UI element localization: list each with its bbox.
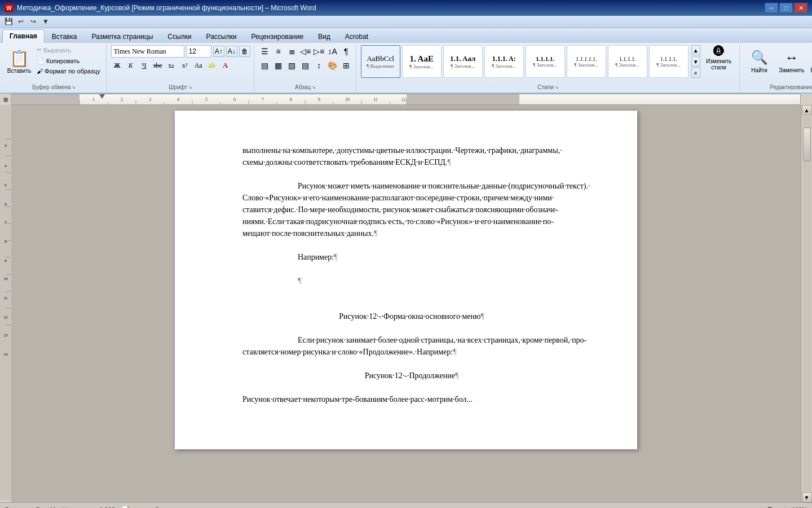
ruler-area: ⊞ 1 [0, 94, 812, 105]
subscript-button[interactable]: x₂ [165, 59, 178, 72]
font-size-input[interactable] [186, 45, 211, 58]
scroll-thumb[interactable] [803, 128, 811, 161]
list-number-button[interactable]: ≡ [272, 45, 285, 58]
minimize-button[interactable]: ─ [765, 3, 778, 13]
svg-text:5: 5 [205, 97, 208, 102]
shading-button[interactable]: 🎨 [326, 59, 339, 72]
word-app-icon: W [5, 3, 14, 12]
style-item-h11111[interactable]: 1.1.1.1.1. ¶ Заголов... [567, 45, 606, 78]
list-multilevel-button[interactable]: ≣ [286, 45, 298, 58]
style-h1111-preview: 1.1.1.1. [536, 55, 554, 62]
clipboard-group: 📋 Вставить ✂ Вырезать 📄 Копировать 🖌 Фор… [2, 44, 107, 91]
border-button[interactable]: ⊞ [340, 59, 352, 72]
clipboard-expand-icon[interactable]: ↘ [72, 85, 76, 90]
bold-button[interactable]: Ж [111, 59, 123, 72]
scroll-down-button[interactable]: ▼ [802, 492, 812, 502]
font-expand-icon[interactable]: ↘ [188, 85, 192, 90]
format-painter-button[interactable]: 🖌 Формат по образцу [34, 67, 103, 76]
paragraph-3d: ниями.·Если·такая·подрисуночная·подпись·… [242, 216, 581, 227]
replace-button[interactable]: ↔ Заменить [776, 45, 807, 78]
svg-text:6: 6 [5, 202, 7, 207]
scroll-track[interactable] [802, 116, 811, 491]
select-button[interactable]: ⬜ Выделить [809, 45, 812, 78]
paragraph-3: Рисунок·может·иметь·наименование·и·поясн… [242, 180, 581, 192]
zoom-in-button[interactable]: + [783, 505, 787, 509]
clear-format-button[interactable]: 🗑 [239, 46, 250, 57]
spell-check-icon[interactable]: 📝 [122, 506, 130, 508]
style-item-h11[interactable]: 1.1. Aaл ¶ Заголов... [443, 45, 483, 78]
text-case-button[interactable]: Аа [192, 59, 205, 72]
style-item-h11112[interactable]: 1.1.1.1. ¶ Заголов... [608, 45, 647, 78]
show-formatting-button[interactable]: ¶ [340, 45, 352, 58]
highlight-button[interactable]: ab [206, 59, 218, 72]
styles-content: AaBbCcl ¶ Выделение 1. AaE ¶ Заголов... … [361, 45, 736, 83]
copy-label: Копировать [46, 58, 80, 64]
paragraph-1: выполнены·на·компьютере,·допустимы·цветн… [242, 144, 581, 156]
find-button[interactable]: 🔍 Найти [744, 45, 775, 78]
sort-button[interactable]: ↕A [326, 45, 339, 58]
italic-button[interactable]: К [125, 59, 137, 72]
clipboard-label: Буфер обмена ↘ [32, 84, 76, 90]
styles-scroll-up[interactable]: ▲ [691, 45, 700, 55]
align-left-button[interactable]: ▤ [259, 59, 271, 72]
tab-home[interactable]: Главная [2, 29, 45, 43]
style-item-normal[interactable]: AaBbCcl ¶ Выделение [361, 45, 400, 78]
paste-button[interactable]: 📋 Вставить [6, 45, 33, 79]
style-h11112-label: ¶ Заголов... [615, 62, 639, 68]
zoom-controls: − + 168% [728, 505, 807, 509]
increase-indent-button[interactable]: ▷≡ [313, 45, 325, 58]
style-item-h1111[interactable]: 1.1.1.1. ¶ Заголов... [526, 45, 565, 78]
underline-button[interactable]: Ч [138, 59, 151, 72]
svg-text:7: 7 [5, 220, 7, 225]
line-spacing-button[interactable]: ↕ [313, 59, 325, 72]
font-name-input[interactable] [111, 45, 184, 58]
page-info[interactable]: Страница: 5 из 11 [5, 506, 56, 509]
language-status[interactable]: русский [136, 506, 158, 509]
align-justify-button[interactable]: ▤ [299, 59, 312, 72]
font-grow-button[interactable]: A↑ [213, 46, 224, 57]
paragraph-expand-icon[interactable]: ↘ [312, 85, 316, 90]
tab-review[interactable]: Рецензирование [244, 30, 311, 43]
ruler-left-corner[interactable]: ⊞ [0, 94, 11, 105]
style-item-h11113[interactable]: 1.1.1.1. ¶ Заголов... [649, 45, 689, 78]
redo-icon[interactable]: ↪ [28, 17, 38, 27]
save-icon[interactable]: 💾 [3, 17, 14, 27]
change-styles-button[interactable]: Изменить стили [702, 58, 736, 71]
style-item-h111[interactable]: 1.1.1. A: ¶ Заголов... [484, 45, 524, 78]
styles-scroll-down[interactable]: ▼ [691, 56, 700, 67]
document-scroll-area[interactable]: выполнены·на·компьютере,·допустимы·цветн… [11, 105, 801, 502]
tab-mailings[interactable]: Рассылки [199, 30, 244, 43]
font-shrink-button[interactable]: A↓ [226, 46, 237, 57]
font-color-button[interactable]: A [219, 59, 232, 72]
align-right-button[interactable]: ▧ [286, 59, 298, 72]
list-bullet-button[interactable]: ☰ [259, 45, 271, 58]
superscript-button[interactable]: x² [179, 59, 191, 72]
undo-icon[interactable]: ↩ [16, 17, 26, 27]
pilcrow-2: ¶ [447, 158, 451, 167]
word-count[interactable]: Число слов: 1 903 [63, 506, 115, 509]
maximize-button[interactable]: □ [779, 3, 793, 13]
align-center-button[interactable]: ▦ [272, 59, 285, 72]
svg-text:9: 9 [318, 97, 320, 102]
styles-expand[interactable]: ≡ [691, 68, 700, 78]
tab-references[interactable]: Ссылки [160, 30, 198, 43]
zoom-out-button[interactable]: − [728, 505, 732, 509]
svg-text:8: 8 [5, 239, 7, 244]
find-icon: 🔍 [751, 50, 768, 65]
tab-view[interactable]: Вид [311, 30, 338, 43]
close-button[interactable]: ✕ [794, 3, 807, 13]
styles-label: Стили ↘ [537, 84, 559, 90]
customize-qa-icon[interactable]: ▼ [41, 17, 51, 27]
svg-text:12: 12 [4, 315, 8, 319]
scroll-up-button[interactable]: ▲ [802, 105, 812, 115]
strikethrough-button[interactable]: зbc [152, 59, 164, 72]
tab-acrobat[interactable]: Acrobat [338, 30, 376, 43]
zoom-level[interactable]: 168% [792, 506, 807, 509]
tab-page-layout[interactable]: Разметка страницы [84, 30, 160, 43]
cut-button[interactable]: ✂ Вырезать [34, 45, 103, 55]
style-item-h1[interactable]: 1. AaE ¶ Заголов... [402, 45, 442, 78]
tab-insert[interactable]: Вставка [45, 30, 85, 43]
decrease-indent-button[interactable]: ◁≡ [299, 45, 312, 58]
styles-expand-icon[interactable]: ↘ [555, 85, 559, 90]
copy-button[interactable]: 📄 Копировать [34, 56, 103, 65]
